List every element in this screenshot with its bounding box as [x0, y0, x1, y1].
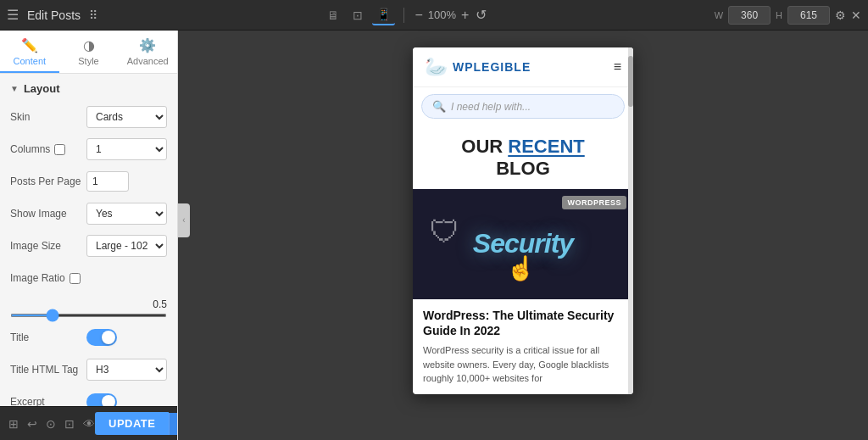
columns-checkbox[interactable] [54, 144, 65, 155]
tab-advanced[interactable]: ⚙️ Advanced [118, 31, 177, 73]
preview-card-excerpt: WordPress security is a critical issue f… [423, 343, 623, 386]
show-image-control: Yes No [86, 203, 167, 225]
divider [403, 8, 404, 23]
posts-per-page-field: Posts Per Page [10, 170, 167, 193]
title-tag-control: H3 H2 H4 H1 [86, 359, 167, 381]
posts-per-page-control [86, 171, 167, 192]
title-label: Title [10, 331, 86, 343]
image-size-select[interactable]: Large - 1024 x 102 Medium Thumbnail [86, 235, 167, 257]
update-button[interactable]: UPDATE [95, 412, 169, 435]
eye-icon[interactable]: 👁 [83, 417, 95, 431]
zoom-in-button[interactable]: + [459, 8, 470, 23]
height-label: H [776, 10, 782, 20]
image-ratio-field: Image Ratio [10, 266, 167, 290]
excerpt-field: Excerpt [10, 390, 167, 406]
columns-control: 1 2 3 [86, 138, 167, 160]
history-icon[interactable]: ⊙ [46, 417, 56, 431]
heading-blog-text: BLOG [421, 158, 625, 180]
responsive-icon[interactable]: ⊡ [64, 417, 75, 431]
content-tab-icon: ✏️ [21, 37, 38, 53]
tab-style[interactable]: ◑ Style [59, 31, 119, 73]
preview-card-title: WordPress: The Ultimate Security Guide I… [423, 308, 623, 338]
tab-content[interactable]: ✏️ Content [0, 31, 59, 73]
zoom-reset-button[interactable]: ↺ [474, 7, 488, 23]
logo-bird-icon: 🦢 [425, 56, 448, 78]
preview-scrollbar-thumb [628, 56, 633, 107]
width-input[interactable]: 360 [728, 6, 771, 25]
preview-scrollbar [628, 47, 633, 394]
preview-card-body: WordPress: The Ultimate Security Guide I… [413, 299, 633, 394]
mobile-preview: 🦢 WPLEGIBLE ≡ 🔍 I need help with... OUR … [413, 47, 633, 394]
top-bar: ☰ Edit Posts ⠿ 🖥 ⊡ 📱 − 100% + ↺ W 360 H … [0, 0, 868, 31]
excerpt-toggle-slider [86, 393, 117, 406]
zoom-controls: − 100% + ↺ [413, 7, 488, 23]
title-field: Title [10, 326, 167, 349]
skin-select[interactable]: Cards Classic Full Content [86, 106, 167, 128]
update-arrow-button[interactable]: ▲ [169, 413, 178, 435]
layout-section-header[interactable]: ▼ Layout [10, 82, 167, 95]
advanced-tab-label: Advanced [127, 56, 169, 66]
section-arrow-icon: ▼ [10, 84, 19, 93]
preview-search-bar: 🔍 I need help with... [421, 94, 625, 119]
close-icon[interactable]: ✕ [851, 8, 861, 22]
title-toggle-control [86, 329, 167, 346]
advanced-tab-icon: ⚙️ [139, 37, 156, 53]
logo-text: WPLEGIBLE [453, 60, 531, 74]
preview-logo: 🦢 WPLEGIBLE [425, 56, 531, 78]
panel-collapse-handle[interactable]: ‹ [178, 203, 190, 237]
preview-search-icon: 🔍 [432, 100, 446, 113]
grid-icon[interactable]: ⠿ [89, 8, 97, 22]
columns-label: Columns [10, 143, 86, 155]
image-ratio-checkbox-group: Image Ratio [10, 272, 86, 284]
preview-card-image: 🛡 Security ☝ WORDPRESS [413, 189, 633, 299]
columns-field: Columns 1 2 3 [10, 137, 167, 161]
image-size-control: Large - 1024 x 102 Medium Thumbnail [86, 235, 167, 257]
posts-per-page-input[interactable] [86, 171, 129, 192]
preview-area: 🦢 WPLEGIBLE ≡ 🔍 I need help with... OUR … [178, 31, 868, 440]
title-toggle[interactable] [86, 329, 117, 346]
columns-select[interactable]: 1 2 3 [86, 138, 167, 160]
tab-bar: ✏️ Content ◑ Style ⚙️ Advanced [0, 31, 177, 74]
excerpt-toggle-control [86, 393, 167, 406]
image-ratio-checkbox[interactable] [70, 273, 81, 284]
preview-hamburger-icon: ≡ [614, 59, 621, 75]
show-image-select[interactable]: Yes No [86, 203, 167, 225]
wordpress-badge: WORDPRESS [562, 196, 626, 209]
preview-heading: OUR RECENT BLOG [413, 125, 633, 189]
bottom-bar-icons: ⊞ ↩ ⊙ ⊡ 👁 [8, 417, 95, 431]
style-tab-icon: ◑ [83, 37, 95, 53]
left-panel: ✏️ Content ◑ Style ⚙️ Advanced ▼ Layout … [0, 31, 178, 440]
hamburger-icon[interactable]: ☰ [7, 7, 19, 23]
excerpt-label: Excerpt [10, 396, 86, 406]
tablet-icon[interactable]: ⊡ [348, 6, 367, 25]
preview-card: 🛡 Security ☝ WORDPRESS WordPress: The Ul… [413, 189, 633, 394]
shield-preview-icon: 🛡 [430, 214, 460, 250]
columns-checkbox-group: Columns [10, 143, 86, 155]
content-tab-label: Content [14, 56, 47, 66]
update-btn-group: UPDATE ▲ [95, 412, 178, 435]
image-ratio-text: Image Ratio [10, 272, 65, 284]
settings-icon[interactable]: ⚙ [835, 8, 846, 22]
panel-content: ▼ Layout Skin Cards Classic Full Content [0, 74, 177, 406]
image-ratio-slider[interactable] [10, 314, 167, 317]
title-tag-select[interactable]: H3 H2 H4 H1 [86, 359, 167, 381]
height-input[interactable]: 615 [787, 6, 830, 25]
zoom-level: 100% [428, 8, 456, 21]
desktop-icon[interactable]: 🖥 [323, 6, 343, 25]
preview-search-placeholder: I need help with... [451, 101, 531, 113]
posts-per-page-label: Posts Per Page [10, 175, 86, 187]
heading-our: OUR RECENT [461, 142, 584, 155]
undo-icon[interactable]: ↩ [27, 417, 37, 431]
image-size-field: Image Size Large - 1024 x 102 Medium Thu… [10, 234, 167, 258]
zoom-out-button[interactable]: − [413, 8, 424, 23]
mobile-icon[interactable]: 📱 [372, 5, 395, 25]
excerpt-toggle[interactable] [86, 393, 117, 406]
columns-text: Columns [10, 143, 50, 155]
show-image-field: Show Image Yes No [10, 202, 167, 226]
main-layout: ✏️ Content ◑ Style ⚙️ Advanced ▼ Layout … [0, 31, 868, 440]
preview-header: 🦢 WPLEGIBLE ≡ [413, 47, 633, 87]
top-bar-left: ☰ Edit Posts ⠿ [7, 7, 97, 23]
layers-icon[interactable]: ⊞ [8, 417, 19, 431]
page-title: Edit Posts [27, 8, 81, 22]
image-ratio-label: Image Ratio [10, 272, 86, 284]
